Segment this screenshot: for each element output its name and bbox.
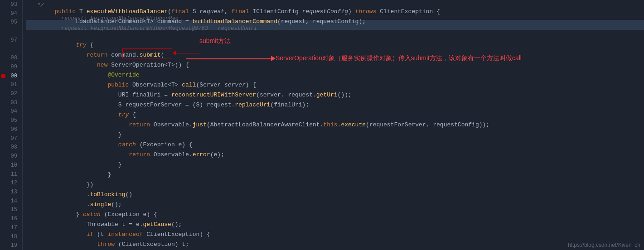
linenum-06: 06 bbox=[6, 126, 20, 133]
line-row-96 bbox=[0, 27, 22, 36]
linenum-11: 11 bbox=[6, 171, 20, 178]
line-row-05: 05 bbox=[0, 116, 22, 125]
breakpoint-00[interactable] bbox=[0, 74, 6, 78]
linenum-19: 19 bbox=[6, 242, 20, 249]
linenum-10: 10 bbox=[6, 162, 20, 168]
linenum-98: 98 bbox=[6, 55, 20, 61]
linenum-00: 00 bbox=[6, 73, 20, 79]
line-row-97b bbox=[0, 45, 22, 54]
line-row-10: 10 bbox=[0, 161, 22, 170]
code-line-96 bbox=[26, 30, 644, 40]
linenum-99: 99 bbox=[6, 64, 20, 70]
linenum-15: 15 bbox=[6, 207, 20, 213]
line-row-02: 02 bbox=[0, 89, 22, 98]
line-row-11: 11 bbox=[0, 170, 22, 179]
line-row-93: 93 bbox=[0, 0, 22, 9]
line-numbers-gutter: 93 94 95 97 98 99 bbox=[0, 0, 23, 250]
line-row-94: 94 bbox=[0, 9, 22, 18]
server-operation-arrow-head bbox=[271, 56, 276, 61]
linenum-95: 95 bbox=[6, 19, 20, 25]
line-row-99: 99 bbox=[0, 62, 22, 72]
submit-arrow-head bbox=[173, 50, 176, 56]
line-row-09: 09 bbox=[0, 152, 22, 161]
linenum-01: 01 bbox=[6, 82, 20, 88]
line-row-12: 12 bbox=[0, 178, 22, 188]
code-line-09: } bbox=[26, 169, 644, 179]
linenum-04: 04 bbox=[6, 108, 20, 115]
blog-url: https://blog.csdn.net/Kiven_ch bbox=[568, 242, 640, 248]
line-row-18: 18 bbox=[0, 232, 22, 241]
linenum-94: 94 bbox=[6, 10, 20, 17]
linenum-07: 07 bbox=[6, 135, 20, 142]
line-row-17: 17 bbox=[0, 223, 22, 232]
linenum-12: 12 bbox=[6, 180, 20, 186]
breakpoint-dot-00 bbox=[1, 74, 5, 78]
line-row-98: 98 bbox=[0, 53, 22, 62]
linenum-03: 03 bbox=[6, 100, 20, 106]
line-row-13: 13 bbox=[0, 188, 22, 197]
line-row-07: 07 bbox=[0, 134, 22, 143]
line-row-06: 06 bbox=[0, 125, 22, 134]
line-row-08: 08 bbox=[0, 143, 22, 152]
linenum-13: 13 bbox=[6, 189, 20, 195]
linenum-14: 14 bbox=[6, 198, 20, 204]
linenum-18: 18 bbox=[6, 234, 20, 240]
code-editor[interactable]: */ public T executeWithLoadBalancer(fina… bbox=[23, 0, 644, 250]
line-row-97: 97 bbox=[0, 36, 22, 45]
linenum-09: 09 bbox=[6, 153, 20, 159]
linenum-02: 02 bbox=[6, 91, 20, 97]
linenum-93: 93 bbox=[6, 1, 20, 8]
submit-arrow-line bbox=[174, 53, 199, 53]
line-row-04: 04 bbox=[0, 107, 22, 116]
linenum-05: 05 bbox=[6, 117, 20, 124]
code-line-16: throw (ClientException) t; bbox=[26, 239, 644, 249]
line-row-16: 16 bbox=[0, 214, 22, 223]
line-row-03: 03 bbox=[0, 98, 22, 107]
linenum-16: 16 bbox=[6, 216, 20, 222]
code-line-95: LoadBalancerCommand<T> command = buildLo… bbox=[26, 20, 644, 30]
line-row-01: 01 bbox=[0, 80, 22, 89]
line-row-14: 14 bbox=[0, 197, 22, 206]
line-row-19: 19 bbox=[0, 241, 22, 250]
line-row-15: 15 bbox=[0, 206, 22, 215]
bottom-url-bar: https://blog.csdn.net/Kiven_ch bbox=[564, 240, 644, 250]
editor-container: 93 94 95 97 98 99 bbox=[0, 0, 644, 250]
linenum-97: 97 bbox=[6, 37, 20, 43]
linenum-08: 08 bbox=[6, 144, 20, 150]
line-row-00: 00 bbox=[0, 72, 22, 81]
line-row-95: 95 bbox=[0, 18, 22, 27]
linenum-17: 17 bbox=[6, 225, 20, 231]
code-line-08: } bbox=[26, 159, 644, 169]
code-content-17: } else { bbox=[26, 244, 115, 250]
server-operation-arrow-line bbox=[186, 58, 272, 59]
